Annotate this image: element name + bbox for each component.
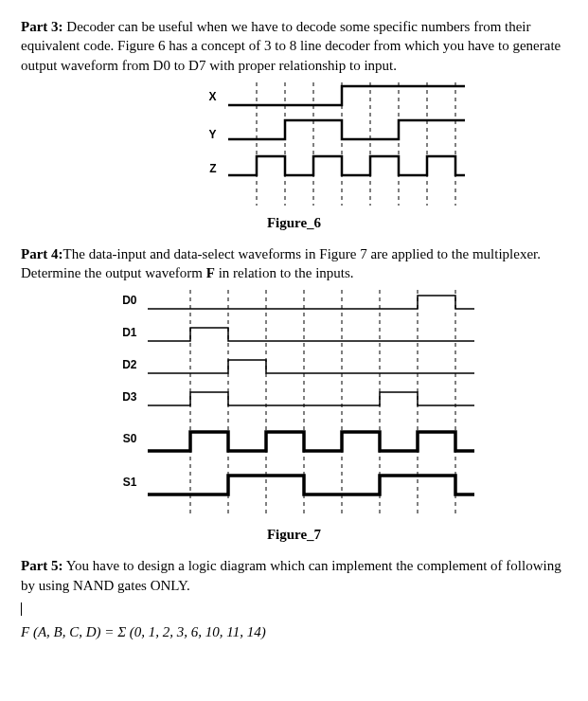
part5-text: You have to design a logic diagram which… [21, 558, 561, 592]
part3-heading: Part 3: [21, 19, 63, 34]
figure6-diagram: X Y Z [124, 82, 465, 206]
figure7-label-d3: D3 [111, 390, 137, 404]
figure7-caption: Figure_7 [21, 527, 567, 543]
figure6-caption: Figure_6 [21, 215, 567, 231]
figure7-label-s1: S1 [111, 476, 137, 489]
figure6-container: X Y Z [21, 82, 567, 209]
part5-paragraph: Part 5: You have to design a logic diagr… [21, 556, 567, 595]
part3-text: Decoder can be useful when we have to de… [21, 19, 561, 73]
part4-f: F [206, 265, 215, 280]
part4-text: The data-input and data-select waveforms… [21, 246, 541, 280]
figure6-label-y: Y [190, 128, 217, 141]
figure6-label-z: Z [190, 162, 217, 175]
figure7-label-d0: D0 [111, 294, 137, 307]
text-cursor [21, 601, 567, 617]
part3-paragraph: Part 3: Decoder can be useful when we ha… [21, 17, 567, 75]
part4-heading: Part 4: [21, 246, 63, 261]
figure7-label-s0: S0 [111, 432, 137, 445]
part5-heading: Part 5: [21, 558, 63, 573]
figure7-diagram: D0 D1 D2 D3 S0 S1 [96, 290, 493, 517]
figure7-label-d1: D1 [111, 326, 137, 339]
part4-paragraph: Part 4:The data-input and data-select wa… [21, 244, 567, 283]
figure6-svg [124, 82, 465, 206]
figure7-container: D0 D1 D2 D3 S0 S1 [21, 290, 567, 521]
part5-formula: F (A, B, C, D) = Σ (0, 1, 2, 3, 6, 10, 1… [21, 624, 567, 640]
figure7-label-d2: D2 [111, 358, 137, 371]
figure7-svg [96, 290, 493, 517]
figure6-label-x: X [190, 90, 217, 103]
